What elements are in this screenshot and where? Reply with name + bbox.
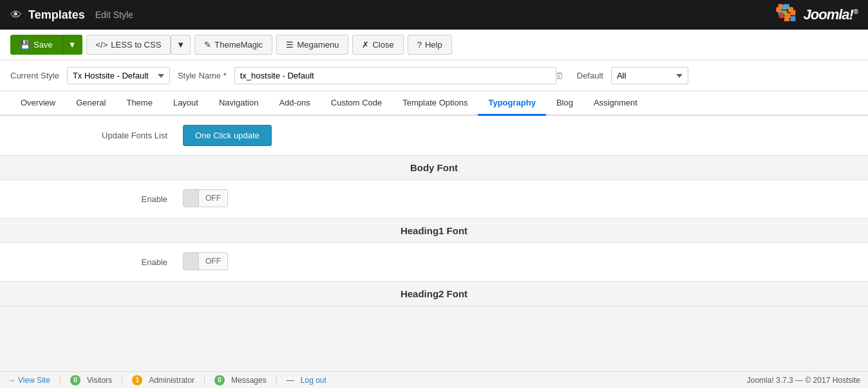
body-font-toggle-label: OFF (199, 189, 227, 207)
heading1-font-header: Heading1 Font (0, 219, 868, 243)
heading1-font-toggle[interactable]: OFF (183, 252, 228, 270)
joomla-logo-icon (774, 3, 800, 26)
page-subtitle: Edit Style (95, 10, 133, 20)
tab-theme[interactable]: Theme (116, 91, 162, 116)
update-fonts-row: Update Fonts List One Click update (0, 116, 868, 156)
tab-assignment[interactable]: Assignment (583, 91, 648, 116)
style-name-field-wrapper: 🗓 (234, 67, 569, 84)
body-font-enable-row: Enable OFF (0, 180, 868, 219)
megamenu-button[interactable]: ☰ Megamenu (276, 35, 348, 55)
style-bar: Current Style Tx Hostsite - Default Styl… (0, 60, 868, 91)
tab-addons[interactable]: Add-ons (269, 91, 320, 116)
megamenu-icon: ☰ (286, 40, 294, 50)
code-icon: </> (96, 40, 108, 50)
svg-rect-11 (785, 13, 790, 18)
joomla-brand-text: Joomla!® (804, 6, 858, 23)
less-to-css-dropdown-button[interactable]: ▼ (171, 35, 191, 55)
update-fonts-label: Update Fonts List (15, 131, 183, 140)
tab-templateoptions[interactable]: Template Options (392, 91, 478, 116)
heading1-font-enable-row: Enable OFF (0, 243, 868, 282)
save-button[interactable]: 💾 Save (10, 35, 62, 55)
heading1-font-enable-label: Enable (15, 257, 183, 267)
close-icon: ✗ (362, 40, 369, 50)
thememagic-button[interactable]: ✎ ThemeMagic (194, 35, 272, 55)
body-font-enable-label: Enable (15, 194, 183, 204)
top-header-bar: 👁 Templates Edit Style Joomla!® (0, 0, 868, 30)
one-click-update-button[interactable]: One Click update (183, 125, 272, 146)
svg-rect-7 (782, 5, 787, 10)
help-button[interactable]: ? Help (408, 35, 452, 55)
tab-blog[interactable]: Blog (546, 91, 583, 116)
current-style-label: Current Style (10, 71, 59, 80)
current-style-select[interactable]: Tx Hostsite - Default (67, 67, 170, 84)
tab-overview[interactable]: Overview (10, 91, 66, 116)
toolbar: 💾 Save ▼ </> LESS to CSS ▼ ✎ ThemeMagic … (0, 30, 868, 60)
joomla-logo: Joomla!® (774, 3, 858, 26)
tab-general[interactable]: General (66, 91, 116, 116)
calendar-icon: 🗓 (555, 71, 564, 81)
tab-layout[interactable]: Layout (163, 91, 209, 116)
heading1-font-toggle-label: OFF (199, 252, 227, 270)
header-left: 👁 Templates Edit Style (10, 8, 133, 22)
save-button-group: 💾 Save ▼ (10, 35, 82, 55)
tab-customcode[interactable]: Custom Code (321, 91, 392, 116)
tab-navigation[interactable]: Navigation (209, 91, 269, 116)
heading2-font-header: Heading2 Font (0, 282, 868, 306)
default-select[interactable]: All (611, 67, 688, 84)
body-font-toggle-handle (184, 189, 199, 207)
update-fonts-value: One Click update (183, 125, 853, 146)
save-dropdown-icon: ▼ (68, 40, 77, 50)
main-content: Update Fonts List One Click update Body … (0, 116, 868, 306)
eye-icon: 👁 (10, 8, 22, 22)
heading1-font-toggle-handle (184, 252, 199, 270)
tab-typography[interactable]: Typography (478, 91, 545, 116)
less-dropdown-icon: ▼ (176, 40, 185, 50)
thememagic-icon: ✎ (204, 40, 211, 50)
style-name-input[interactable] (234, 67, 556, 84)
less-to-css-button-group: </> LESS to CSS ▼ (86, 35, 191, 55)
page-title: Templates (28, 8, 85, 22)
style-name-label: Style Name * (178, 71, 227, 80)
less-to-css-button[interactable]: </> LESS to CSS (86, 35, 171, 55)
heading1-font-enable-value: OFF (183, 252, 853, 272)
svg-rect-8 (788, 7, 793, 12)
close-button[interactable]: ✗ Close (352, 35, 403, 55)
svg-rect-6 (776, 7, 781, 12)
body-font-header: Body Font (0, 156, 868, 180)
svg-rect-10 (779, 13, 784, 18)
svg-marker-5 (790, 16, 795, 21)
save-dropdown-button[interactable]: ▼ (62, 35, 82, 55)
default-label: Default (577, 71, 603, 80)
body-font-toggle[interactable]: OFF (183, 189, 228, 207)
body-font-enable-value: OFF (183, 189, 853, 209)
save-icon: 💾 (20, 40, 30, 50)
help-icon: ? (417, 40, 422, 50)
tabs-bar: Overview General Theme Layout Navigation… (0, 91, 868, 116)
